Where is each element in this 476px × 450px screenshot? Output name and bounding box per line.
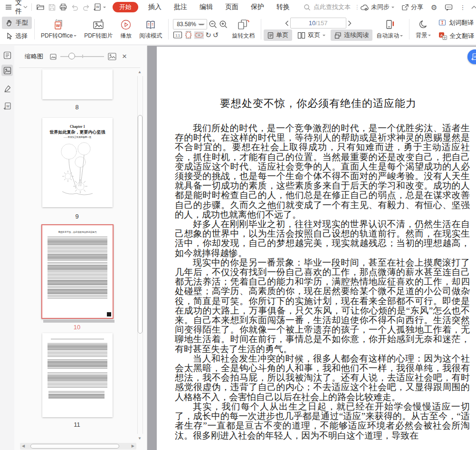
tab-protect[interactable]: 保护 (251, 3, 264, 11)
thumb-10-corner-mark (107, 312, 111, 316)
double-page-button[interactable]: 双页 (294, 29, 329, 41)
actual-size-icon[interactable]: 1:1 (173, 31, 182, 39)
export-word-panel-icon[interactable]: W (1, 100, 13, 112)
tab-page[interactable]: 页面 (225, 3, 238, 11)
share-label[interactable]: 分享 (411, 3, 423, 11)
share-icon[interactable] (401, 3, 409, 11)
slider-handle[interactable] (68, 53, 75, 59)
open-file-icon[interactable] (35, 1, 46, 13)
background-button[interactable]: 背景 (412, 15, 435, 43)
save-icon (46, 1, 57, 13)
thumbnail-page-11[interactable] (42, 333, 113, 417)
tab-edit[interactable]: 编辑 (200, 3, 213, 11)
zoom-in-icon[interactable] (219, 20, 228, 29)
cloud-sync-icon[interactable] (360, 4, 369, 11)
fit-width-icon[interactable] (194, 31, 204, 39)
print-icon[interactable] (57, 1, 69, 13)
read-mode-button[interactable]: 阅读模式 (135, 15, 166, 43)
auto-scroll-button[interactable]: 自动滚动 (372, 15, 407, 43)
play-button[interactable]: 播放 (116, 15, 135, 43)
thumbnail-page-9[interactable]: Chapter 1 世界如此复杂，更要内心坚强 ——毕业头三年决定你的一生 (42, 118, 113, 207)
pdf-to-image-button[interactable]: PDF转图片 (80, 15, 116, 43)
tab-convert[interactable]: 转换 (276, 3, 290, 11)
panel-vertical-scrollbar[interactable]: ▲ ▼ (136, 69, 144, 441)
search-more-icon[interactable]: ⋮ (354, 4, 360, 10)
single-page-button[interactable]: 单页 (264, 29, 292, 41)
full-translate-button[interactable]: A文 全文翻译 (435, 30, 476, 42)
chevron-down-icon[interactable] (391, 7, 394, 10)
scroll-right-icon[interactable]: ▶ (132, 444, 134, 448)
find-text-button[interactable]: 点此查找文本 ⋮ (304, 3, 360, 11)
panel-horizontal-scrollbar[interactable]: ◀ ▶ (20, 443, 136, 450)
scrollbar-thumb[interactable] (138, 115, 143, 334)
paragraph: 其实，我们每个人从出生之日起，就已经在开始学会慢慢适应一切了，成长中的每一次进步… (175, 402, 470, 440)
tab-home[interactable]: 开始 (113, 2, 138, 12)
paragraph: 我们所处的时代，是一个竞争激烈的时代，是一个优胜劣汰、适者生存的时代。在这样的时… (175, 124, 470, 220)
outline-panel-icon[interactable] (1, 49, 13, 61)
thumb-11-text-block (48, 373, 107, 389)
fit-page-icon[interactable] (184, 30, 193, 39)
document-view: 要想处变不惊，你必须有绝佳的适应能力 我们所处的时代，是一个竞争激烈的时代，是一… (147, 46, 476, 450)
rotate-counterclockwise-icon[interactable]: ↺ (213, 31, 219, 38)
continuous-read-icon (334, 32, 342, 39)
next-page-icon[interactable] (348, 20, 352, 26)
double-page-icon (297, 32, 305, 39)
chevron-down-icon (323, 35, 325, 38)
tab-comment[interactable]: 批注 (174, 3, 187, 11)
collapse-toolbar-icon[interactable] (471, 5, 476, 9)
thumbnail-page-8[interactable] (42, 69, 113, 99)
sync-status[interactable]: 未同步 (371, 3, 390, 11)
zoom-out-icon[interactable] (209, 20, 218, 29)
thumb-11-text-block (48, 359, 107, 370)
word-translate-button[interactable]: 划词翻译 (435, 17, 476, 29)
large-thumbnail-icon (108, 53, 116, 60)
thumb-10-title: 要想处变不惊，你必须有绝佳的适应能力 (42, 231, 113, 233)
hand-tool-button[interactable]: 手型 (2, 17, 32, 29)
tab-insert[interactable]: 插入 (148, 3, 162, 11)
continuous-read-button[interactable]: 连续阅读 (331, 29, 372, 41)
scroll-up-icon[interactable]: ▲ (138, 70, 142, 74)
more-menu-icon[interactable]: ⋮ (459, 4, 466, 10)
pdf-to-office-button[interactable]: W PDF转Office (37, 15, 80, 43)
settings-gear-icon[interactable]: ⚙ (431, 4, 437, 11)
hand-icon (6, 19, 13, 27)
divider (31, 3, 32, 11)
page-number-input[interactable]: 10/157 (290, 18, 346, 29)
small-thumbnail-icon (50, 54, 57, 60)
thumbnail-label-11: 11 (14, 421, 140, 428)
pdf-page-10[interactable]: 要想处变不惊，你必须有绝佳的适应能力 我们所处的时代，是一个竞争激烈的时代，是一… (157, 47, 476, 450)
rotate-clockwise-icon[interactable]: ↻ (205, 31, 211, 38)
pdf-to-image-icon (92, 19, 105, 30)
file-menu-label: 文件 (15, 0, 22, 16)
scroll-left-icon[interactable]: ◀ (22, 444, 25, 448)
full-translate-icon: A文 (438, 32, 447, 40)
chapter-title: 世界如此复杂，更要内心坚强 (42, 129, 113, 135)
hamburger-menu-icon[interactable] (3, 1, 14, 13)
export-to-word-icon[interactable]: W (92, 1, 103, 13)
select-tool-button[interactable]: 选择 (2, 30, 32, 42)
thumbnail-label-10: 10 (14, 324, 140, 331)
thumb-11-text-block (48, 343, 107, 357)
thumbnail-page-10-selected[interactable]: 要想处变不惊，你必须有绝佳的适应能力 (41, 224, 114, 319)
scrollbar-thumb[interactable] (30, 444, 119, 449)
scroll-down-icon[interactable]: ▼ (138, 437, 142, 440)
previous-page-icon[interactable] (285, 20, 289, 26)
rotate-document-button[interactable]: 旋转文档 (228, 15, 258, 43)
pdf-to-image-label: PDF转图片 (84, 32, 113, 40)
chapter-subtitle: ——毕业头三年决定你的一生 (42, 136, 113, 138)
svg-text:W: W (96, 5, 99, 9)
thumb-10-text-block (48, 262, 107, 285)
file-menu[interactable]: 文件 (15, 0, 28, 16)
zoom-level-select[interactable]: 83.58% (173, 19, 207, 29)
full-translate-label: 全文翻译 (449, 32, 474, 40)
total-pages-value: /157 (315, 19, 327, 27)
thumbnail-panel-icon[interactable] (1, 65, 13, 76)
chapter-number: Chapter 1 (42, 124, 113, 129)
feedback-comment-icon[interactable] (445, 4, 453, 11)
pdf-to-office-label: PDF转Office (41, 32, 73, 40)
chevron-down-icon[interactable] (103, 7, 106, 10)
thumbnail-size-slider[interactable] (60, 53, 104, 60)
sign-annotate-icon[interactable] (1, 83, 13, 94)
close-panel-icon[interactable]: × (122, 52, 127, 61)
zoom-group: 83.58% 1:1 ↻ (171, 15, 228, 43)
